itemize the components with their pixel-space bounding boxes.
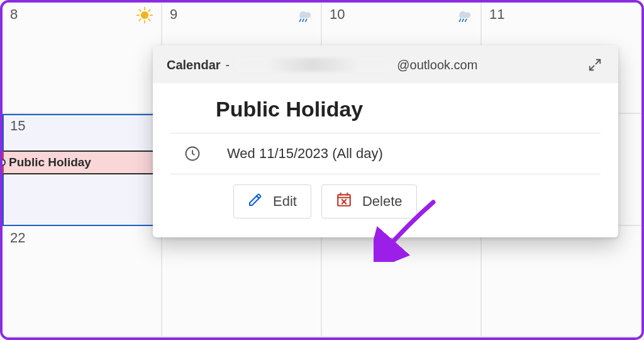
day-number: 11 bbox=[489, 6, 504, 23]
svg-line-10 bbox=[303, 19, 304, 21]
svg-line-11 bbox=[306, 19, 307, 21]
day-number: 9 bbox=[170, 6, 177, 23]
resize-handle-left-icon[interactable] bbox=[0, 159, 6, 166]
separator-dash: - bbox=[226, 58, 230, 72]
day-number: 22 bbox=[10, 230, 25, 246]
day-number: 10 bbox=[330, 6, 345, 23]
delete-button[interactable]: Delete bbox=[321, 184, 417, 218]
popup-action-row: Edit Delete bbox=[170, 174, 601, 222]
day-cell-selected[interactable]: 15 Public Holiday bbox=[3, 114, 162, 225]
clock-icon bbox=[182, 145, 203, 162]
event-details-popup: Calendar - @outlook.com Public Holiday W… bbox=[153, 45, 618, 237]
day-number: 15 bbox=[10, 118, 25, 134]
day-cell[interactable] bbox=[482, 226, 641, 337]
calendar-delete-icon bbox=[336, 191, 352, 212]
event-time-row: Wed 11/15/2023 (All day) bbox=[170, 133, 601, 174]
sunny-icon bbox=[136, 6, 153, 24]
edit-button[interactable]: Edit bbox=[233, 184, 311, 218]
expand-icon[interactable] bbox=[586, 55, 604, 74]
svg-line-12 bbox=[460, 19, 461, 21]
svg-point-0 bbox=[141, 11, 148, 19]
event-time-text: Wed 11/15/2023 (All day) bbox=[227, 145, 383, 162]
svg-line-13 bbox=[462, 19, 464, 21]
svg-rect-16 bbox=[338, 195, 350, 205]
svg-line-7 bbox=[139, 19, 141, 21]
svg-line-8 bbox=[148, 9, 150, 11]
popup-header: Calendar - @outlook.com bbox=[153, 45, 618, 83]
calendar-name-label: Calendar bbox=[167, 58, 221, 72]
pencil-icon bbox=[248, 192, 263, 211]
day-number: 8 bbox=[10, 6, 18, 23]
day-cell[interactable] bbox=[322, 226, 482, 337]
delete-button-label: Delete bbox=[362, 193, 402, 210]
email-redacted bbox=[235, 58, 392, 72]
svg-line-9 bbox=[300, 19, 301, 21]
rain-icon bbox=[294, 6, 313, 23]
calendar-event-pill[interactable]: Public Holiday bbox=[0, 150, 164, 174]
day-cell[interactable]: 8 bbox=[3, 3, 162, 114]
day-cell[interactable] bbox=[162, 226, 322, 337]
svg-line-5 bbox=[139, 9, 141, 11]
event-pill-title: Public Holiday bbox=[9, 156, 91, 169]
popup-body: Public Holiday Wed 11/15/2023 (All day) … bbox=[153, 83, 618, 237]
account-email-suffix: @outlook.com bbox=[397, 58, 477, 72]
day-cell[interactable]: 22 bbox=[3, 226, 162, 337]
edit-button-label: Edit bbox=[273, 193, 297, 210]
svg-line-6 bbox=[148, 19, 150, 21]
event-title: Public Holiday bbox=[216, 97, 601, 122]
rain-icon bbox=[454, 6, 473, 23]
svg-line-14 bbox=[465, 19, 467, 21]
